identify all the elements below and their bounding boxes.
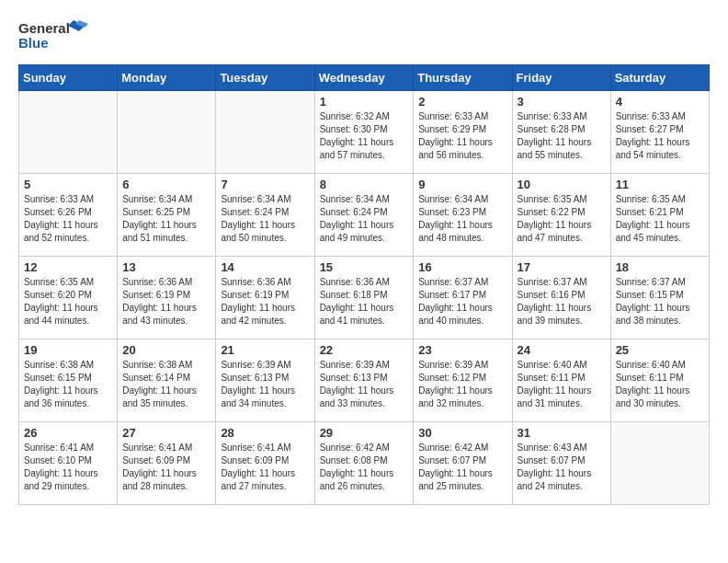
day-number: 13: [122, 260, 210, 274]
day-info: Sunrise: 6:37 AM Sunset: 6:16 PM Dayligh…: [518, 276, 606, 327]
day-header-sunday: Sunday: [19, 65, 118, 91]
calendar-table: SundayMondayTuesdayWednesdayThursdayFrid…: [18, 64, 710, 505]
day-info: Sunrise: 6:35 AM Sunset: 6:22 PM Dayligh…: [518, 193, 606, 245]
day-number: 3: [518, 95, 606, 109]
calendar-cell: 8Sunrise: 6:34 AM Sunset: 6:24 PM Daylig…: [314, 174, 414, 257]
day-number: 14: [221, 260, 309, 274]
calendar-cell: 28Sunrise: 6:41 AM Sunset: 6:09 PM Dayli…: [216, 422, 314, 505]
day-number: 19: [24, 343, 112, 357]
calendar-cell: [19, 91, 118, 174]
day-number: 18: [616, 260, 704, 274]
day-info: Sunrise: 6:38 AM Sunset: 6:14 PM Dayligh…: [122, 359, 210, 410]
day-info: Sunrise: 6:32 AM Sunset: 6:30 PM Dayligh…: [320, 110, 409, 162]
day-info: Sunrise: 6:37 AM Sunset: 6:17 PM Dayligh…: [418, 276, 506, 327]
day-number: 9: [418, 178, 506, 191]
page-header: GeneralBlue: [18, 18, 710, 55]
calendar-cell: 15Sunrise: 6:36 AM Sunset: 6:18 PM Dayli…: [314, 257, 414, 339]
day-number: 2: [418, 95, 506, 109]
logo: GeneralBlue: [18, 18, 92, 55]
week-row-2: 5Sunrise: 6:33 AM Sunset: 6:26 PM Daylig…: [19, 174, 710, 257]
day-info: Sunrise: 6:40 AM Sunset: 6:11 PM Dayligh…: [518, 359, 606, 410]
day-info: Sunrise: 6:33 AM Sunset: 6:29 PM Dayligh…: [418, 110, 506, 162]
day-info: Sunrise: 6:43 AM Sunset: 6:07 PM Dayligh…: [518, 442, 606, 493]
calendar-cell: 29Sunrise: 6:42 AM Sunset: 6:08 PM Dayli…: [314, 422, 414, 505]
day-info: Sunrise: 6:41 AM Sunset: 6:09 PM Dayligh…: [221, 442, 309, 493]
calendar-cell: 9Sunrise: 6:34 AM Sunset: 6:23 PM Daylig…: [414, 174, 512, 257]
day-info: Sunrise: 6:39 AM Sunset: 6:13 PM Dayligh…: [320, 359, 409, 410]
svg-text:Blue: Blue: [18, 35, 49, 51]
days-header-row: SundayMondayTuesdayWednesdayThursdayFrid…: [19, 65, 710, 91]
day-number: 12: [24, 260, 112, 274]
calendar-cell: 4Sunrise: 6:33 AM Sunset: 6:27 PM Daylig…: [610, 91, 709, 174]
calendar-cell: 30Sunrise: 6:42 AM Sunset: 6:07 PM Dayli…: [414, 422, 512, 505]
day-number: 30: [418, 426, 506, 440]
calendar-cell: 6Sunrise: 6:34 AM Sunset: 6:25 PM Daylig…: [118, 174, 216, 257]
day-number: 25: [616, 343, 704, 357]
calendar-cell: 17Sunrise: 6:37 AM Sunset: 6:16 PM Dayli…: [512, 257, 610, 339]
day-info: Sunrise: 6:33 AM Sunset: 6:26 PM Dayligh…: [24, 193, 112, 245]
day-info: Sunrise: 6:33 AM Sunset: 6:27 PM Dayligh…: [616, 110, 704, 162]
calendar-cell: 19Sunrise: 6:38 AM Sunset: 6:15 PM Dayli…: [19, 339, 118, 422]
day-info: Sunrise: 6:40 AM Sunset: 6:11 PM Dayligh…: [616, 359, 704, 410]
day-number: 23: [418, 343, 506, 357]
calendar-cell: 1Sunrise: 6:32 AM Sunset: 6:30 PM Daylig…: [314, 91, 414, 174]
calendar-cell: 2Sunrise: 6:33 AM Sunset: 6:29 PM Daylig…: [414, 91, 512, 174]
week-row-3: 12Sunrise: 6:35 AM Sunset: 6:20 PM Dayli…: [19, 257, 710, 339]
calendar-cell: 18Sunrise: 6:37 AM Sunset: 6:15 PM Dayli…: [610, 257, 709, 339]
day-header-wednesday: Wednesday: [314, 65, 414, 91]
calendar-cell: 27Sunrise: 6:41 AM Sunset: 6:09 PM Dayli…: [118, 422, 216, 505]
week-row-4: 19Sunrise: 6:38 AM Sunset: 6:15 PM Dayli…: [19, 339, 710, 422]
day-number: 27: [122, 426, 210, 440]
day-info: Sunrise: 6:37 AM Sunset: 6:15 PM Dayligh…: [616, 276, 704, 327]
day-number: 4: [616, 95, 704, 109]
day-number: 28: [221, 426, 309, 440]
day-info: Sunrise: 6:42 AM Sunset: 6:08 PM Dayligh…: [320, 442, 409, 493]
day-number: 6: [122, 178, 210, 191]
day-info: Sunrise: 6:36 AM Sunset: 6:19 PM Dayligh…: [221, 276, 309, 327]
calendar-cell: 11Sunrise: 6:35 AM Sunset: 6:21 PM Dayli…: [610, 174, 709, 257]
week-row-5: 26Sunrise: 6:41 AM Sunset: 6:10 PM Dayli…: [19, 422, 710, 505]
calendar-cell: 23Sunrise: 6:39 AM Sunset: 6:12 PM Dayli…: [414, 339, 512, 422]
day-number: 21: [221, 343, 309, 357]
day-info: Sunrise: 6:35 AM Sunset: 6:21 PM Dayligh…: [616, 193, 704, 245]
day-info: Sunrise: 6:38 AM Sunset: 6:15 PM Dayligh…: [24, 359, 112, 410]
day-header-tuesday: Tuesday: [216, 65, 314, 91]
calendar-cell: 13Sunrise: 6:36 AM Sunset: 6:19 PM Dayli…: [118, 257, 216, 339]
day-info: Sunrise: 6:33 AM Sunset: 6:28 PM Dayligh…: [518, 110, 606, 162]
calendar-cell: 12Sunrise: 6:35 AM Sunset: 6:20 PM Dayli…: [19, 257, 118, 339]
calendar-cell: 21Sunrise: 6:39 AM Sunset: 6:13 PM Dayli…: [216, 339, 314, 422]
day-number: 29: [320, 426, 409, 440]
calendar-cell: 3Sunrise: 6:33 AM Sunset: 6:28 PM Daylig…: [512, 91, 610, 174]
day-number: 8: [320, 178, 409, 191]
day-info: Sunrise: 6:36 AM Sunset: 6:18 PM Dayligh…: [320, 276, 409, 327]
day-number: 5: [24, 178, 112, 191]
day-info: Sunrise: 6:39 AM Sunset: 6:12 PM Dayligh…: [418, 359, 506, 410]
day-number: 7: [221, 178, 309, 191]
day-header-saturday: Saturday: [610, 65, 709, 91]
calendar-cell: [610, 422, 709, 505]
day-header-monday: Monday: [118, 65, 216, 91]
day-number: 11: [616, 178, 704, 191]
day-info: Sunrise: 6:41 AM Sunset: 6:09 PM Dayligh…: [122, 442, 210, 493]
day-number: 10: [518, 178, 606, 191]
day-header-friday: Friday: [512, 65, 610, 91]
calendar-cell: 10Sunrise: 6:35 AM Sunset: 6:22 PM Dayli…: [512, 174, 610, 257]
day-info: Sunrise: 6:36 AM Sunset: 6:19 PM Dayligh…: [122, 276, 210, 327]
day-header-thursday: Thursday: [414, 65, 512, 91]
calendar-cell: 26Sunrise: 6:41 AM Sunset: 6:10 PM Dayli…: [19, 422, 118, 505]
day-number: 26: [24, 426, 112, 440]
day-info: Sunrise: 6:41 AM Sunset: 6:10 PM Dayligh…: [24, 442, 112, 493]
day-number: 22: [320, 343, 409, 357]
calendar-cell: 24Sunrise: 6:40 AM Sunset: 6:11 PM Dayli…: [512, 339, 610, 422]
calendar-cell: 16Sunrise: 6:37 AM Sunset: 6:17 PM Dayli…: [414, 257, 512, 339]
day-info: Sunrise: 6:35 AM Sunset: 6:20 PM Dayligh…: [24, 276, 112, 327]
calendar-cell: 5Sunrise: 6:33 AM Sunset: 6:26 PM Daylig…: [19, 174, 118, 257]
day-info: Sunrise: 6:34 AM Sunset: 6:24 PM Dayligh…: [221, 193, 309, 245]
svg-text:General: General: [18, 20, 70, 36]
calendar-cell: 22Sunrise: 6:39 AM Sunset: 6:13 PM Dayli…: [314, 339, 414, 422]
day-number: 31: [518, 426, 606, 440]
day-number: 17: [518, 260, 606, 274]
day-number: 20: [122, 343, 210, 357]
week-row-1: 1Sunrise: 6:32 AM Sunset: 6:30 PM Daylig…: [19, 91, 710, 174]
calendar-cell: 20Sunrise: 6:38 AM Sunset: 6:14 PM Dayli…: [118, 339, 216, 422]
